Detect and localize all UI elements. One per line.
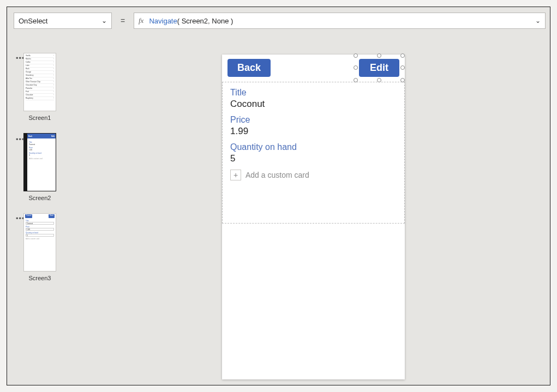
thumb-screen1-preview: Vanilla› Matcha› Coffee› Latte› Rock› Or… bbox=[23, 53, 56, 111]
chevron-down-icon[interactable]: ⌄ bbox=[535, 17, 541, 25]
card-price[interactable]: Price 1.99 bbox=[230, 115, 397, 137]
back-button[interactable]: Back bbox=[227, 59, 271, 77]
formula-text: Navigate( Screen2, None ) bbox=[149, 17, 233, 25]
detail-form[interactable]: Title Coconut Price 1.99 Quantity on han… bbox=[222, 82, 405, 224]
thumb-label: Screen3 bbox=[29, 275, 51, 281]
thumb-screen1[interactable]: ••• Vanilla› Matcha› Coffee› Latte› Rock… bbox=[23, 53, 56, 121]
resize-handle[interactable] bbox=[377, 53, 381, 58]
thumb1-list: Vanilla› Matcha› Coffee› Latte› Rock› Or… bbox=[24, 53, 56, 101]
thumb-screen2[interactable]: ••• Back Edit Title Coconut Price 1.99 Q… bbox=[23, 133, 56, 201]
chevron-down-icon: ⌄ bbox=[101, 17, 107, 25]
property-dropdown-value: OnSelect bbox=[19, 17, 47, 25]
ellipsis-icon[interactable]: ••• bbox=[16, 135, 25, 143]
card-label: Price bbox=[230, 115, 397, 125]
card-value: 1.99 bbox=[230, 126, 397, 137]
card-quantity[interactable]: Quantity on hand 5 bbox=[230, 142, 397, 164]
formula-row: OnSelect ⌄ = fx Navigate( Screen2, None … bbox=[14, 13, 546, 29]
canvas-screen2: Back Edit Title Coconut bbox=[222, 55, 405, 379]
thumb-screen3-preview: Cancel Save Title Coconut Price 1.99 Qua… bbox=[23, 213, 56, 272]
card-value: Coconut bbox=[230, 99, 397, 110]
thumb3-cancel: Cancel bbox=[25, 214, 32, 218]
card-value: 5 bbox=[230, 153, 397, 164]
fx-icon: fx bbox=[139, 16, 143, 25]
app-frame: OnSelect ⌄ = fx Navigate( Screen2, None … bbox=[7, 7, 550, 385]
thumb-screen2-preview: Back Edit Title Coconut Price 1.99 Quant… bbox=[27, 133, 56, 191]
formula-bar[interactable]: fx Navigate( Screen2, None ) ⌄ bbox=[134, 13, 546, 29]
resize-handle[interactable] bbox=[354, 65, 358, 70]
edit-button[interactable]: Edit bbox=[359, 59, 399, 77]
add-custom-card[interactable]: + Add a custom card bbox=[230, 170, 397, 180]
screens-panel: ••• Vanilla› Matcha› Coffee› Latte› Rock… bbox=[7, 35, 73, 385]
resize-handle[interactable] bbox=[354, 53, 358, 58]
add-card-label: Add a custom card bbox=[245, 171, 309, 179]
property-dropdown[interactable]: OnSelect ⌄ bbox=[14, 13, 112, 29]
resize-handle[interactable] bbox=[400, 53, 405, 58]
thumb-label: Screen2 bbox=[29, 195, 51, 201]
card-label: Quantity on hand bbox=[230, 142, 397, 152]
plus-icon: + bbox=[230, 170, 241, 180]
thumb2-back: Back bbox=[28, 135, 32, 137]
thumb-label: Screen1 bbox=[29, 114, 51, 121]
canvas-header: Back Edit bbox=[222, 55, 405, 81]
resize-handle[interactable] bbox=[400, 65, 405, 70]
thumb2-edit: Edit bbox=[51, 135, 55, 137]
edit-button-selection[interactable]: Edit bbox=[359, 59, 399, 77]
equals-label: = bbox=[116, 13, 129, 29]
card-label: Title bbox=[230, 88, 397, 98]
thumb3-save: Save bbox=[49, 214, 55, 218]
card-title[interactable]: Title Coconut bbox=[230, 88, 397, 110]
thumb-screen3[interactable]: ••• Cancel Save Title Coconut Price 1.99… bbox=[23, 213, 56, 281]
